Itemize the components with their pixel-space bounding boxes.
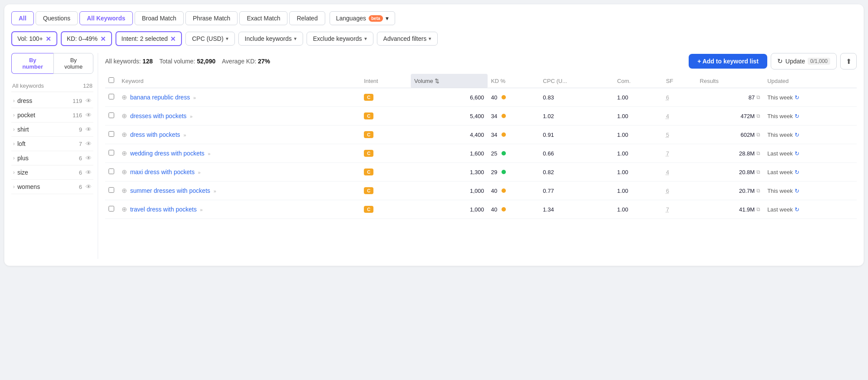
eye-icon[interactable]: 👁 <box>86 140 92 147</box>
sf-value[interactable]: 7 <box>666 150 669 157</box>
sidebar-item-label: size <box>17 169 79 176</box>
col-keyword: Keyword <box>118 74 360 88</box>
sidebar-item-womens[interactable]: › womens 6 👁 <box>11 180 93 194</box>
eye-icon[interactable]: 👁 <box>86 126 92 133</box>
sidebar-item-shirt[interactable]: › shirt 9 👁 <box>11 122 93 137</box>
row-checkbox[interactable] <box>109 112 114 118</box>
updated-refresh-icon[interactable]: ↻ <box>795 113 799 119</box>
updated-refresh-icon[interactable]: ↻ <box>795 150 799 157</box>
filter-kd-remove[interactable]: ✕ <box>100 36 106 42</box>
updated-value: This week <box>767 113 793 119</box>
updated-value: Last week <box>767 206 793 213</box>
sidebar-scroll[interactable]: › dress 119 👁 › pocket 116 👁 › shirt 9 👁 <box>11 94 93 259</box>
sidebar-item-size[interactable]: › size 6 👁 <box>11 165 93 180</box>
row-checkbox[interactable] <box>109 94 114 99</box>
cpc-cell: 0.82 <box>539 163 614 182</box>
exclude-keywords-dropdown[interactable]: Exclude keywords ▾ <box>307 32 373 46</box>
add-keyword-icon[interactable]: ⊕ <box>122 131 127 138</box>
row-checkbox[interactable] <box>109 131 114 137</box>
tab-all-keywords[interactable]: All Keywords <box>79 11 133 25</box>
add-keyword-icon[interactable]: ⊕ <box>122 93 127 101</box>
filter-vol-remove[interactable]: ✕ <box>46 36 51 42</box>
sidebar-item-loft[interactable]: › loft 7 👁 <box>11 137 93 151</box>
tab-broad-match[interactable]: Broad Match <box>135 11 184 25</box>
all-keywords-label: All keywords: <box>105 58 141 65</box>
sidebar-item-pocket[interactable]: › pocket 116 👁 <box>11 108 93 122</box>
select-all-checkbox[interactable] <box>109 77 114 83</box>
updated-refresh-icon[interactable]: ↻ <box>795 169 799 175</box>
advanced-filters-label: Advanced filters <box>383 35 427 42</box>
volume-cell: 4,400 <box>411 126 488 144</box>
tab-related[interactable]: Related <box>289 11 325 25</box>
kd-value: 40 <box>491 94 497 101</box>
keyword-link[interactable]: dresses with pockets <box>130 112 187 119</box>
keyword-link[interactable]: dress with pockets <box>130 131 180 138</box>
com-cell: 1.00 <box>614 88 662 107</box>
sf-value[interactable]: 5 <box>666 132 669 138</box>
results-value: 602M <box>741 132 755 138</box>
volume-cell: 1,000 <box>411 200 488 219</box>
keyword-cell: ⊕ banana republic dress » <box>118 88 360 107</box>
keyword-link[interactable]: summer dresses with pockets <box>130 187 210 194</box>
double-chevron-icon: » <box>200 207 203 212</box>
tab-questions[interactable]: Questions <box>36 11 78 25</box>
add-keyword-icon[interactable]: ⊕ <box>122 112 127 119</box>
advanced-filters-dropdown[interactable]: Advanced filters ▾ <box>377 32 438 46</box>
tab-phrase-match[interactable]: Phrase Match <box>185 11 238 25</box>
sidebar-header-count: 128 <box>83 83 92 89</box>
add-keyword-icon[interactable]: ⊕ <box>122 187 127 194</box>
add-to-keyword-list-button[interactable]: + Add to keyword list <box>689 54 767 69</box>
updated-cell: This week ↻ <box>764 107 857 126</box>
sf-value[interactable]: 6 <box>666 188 669 194</box>
add-keyword-icon[interactable]: ⊕ <box>122 205 127 213</box>
row-checkbox[interactable] <box>109 169 114 174</box>
eye-icon[interactable]: 👁 <box>86 183 92 190</box>
row-checkbox[interactable] <box>109 150 114 155</box>
row-checkbox-cell <box>105 182 118 200</box>
results-value: 20.8M <box>739 169 755 175</box>
sort-by-number[interactable]: By number <box>11 53 53 74</box>
sort-by-volume[interactable]: By volume <box>53 53 93 74</box>
updated-refresh-icon[interactable]: ↻ <box>795 206 799 213</box>
keyword-link[interactable]: banana republic dress <box>130 94 190 101</box>
keyword-link[interactable]: maxi dress with pockets <box>130 169 195 175</box>
eye-icon[interactable]: 👁 <box>86 112 92 119</box>
total-volume-value: 52,090 <box>197 58 215 65</box>
results-value: 20.7M <box>739 188 755 194</box>
sf-value[interactable]: 4 <box>666 169 669 175</box>
include-keywords-dropdown[interactable]: Include keywords ▾ <box>238 32 303 46</box>
tab-all[interactable]: All <box>11 11 34 25</box>
keyword-cell: ⊕ wedding dress with pockets » <box>118 144 360 163</box>
row-checkbox[interactable] <box>109 206 114 211</box>
volume-label: Volume <box>414 78 433 84</box>
sf-value[interactable]: 7 <box>666 206 669 213</box>
intent-badge: C <box>364 150 373 157</box>
updated-refresh-icon[interactable]: ↻ <box>795 188 799 194</box>
eye-icon[interactable]: 👁 <box>86 97 92 104</box>
sf-value[interactable]: 4 <box>666 113 669 119</box>
updated-refresh-icon[interactable]: ↻ <box>795 132 799 138</box>
sf-value[interactable]: 6 <box>666 94 669 101</box>
update-button[interactable]: ↻ Update 0/1,000 <box>771 53 837 69</box>
tab-exact-match[interactable]: Exact Match <box>239 11 287 25</box>
sidebar-item-dress[interactable]: › dress 119 👁 <box>11 94 93 108</box>
sidebar-item-label: dress <box>17 97 73 104</box>
keyword-link[interactable]: travel dress with pockets <box>130 206 197 213</box>
eye-icon[interactable]: 👁 <box>86 155 92 162</box>
eye-icon[interactable]: 👁 <box>86 169 92 176</box>
filter-intent-remove[interactable]: ✕ <box>170 36 176 42</box>
languages-button[interactable]: Languages beta ▾ <box>330 11 395 25</box>
keyword-link[interactable]: wedding dress with pockets <box>130 150 205 157</box>
sidebar-item-plus[interactable]: › plus 6 👁 <box>11 151 93 165</box>
row-checkbox[interactable] <box>109 187 114 193</box>
cpc-filter-dropdown[interactable]: CPC (USD) ▾ <box>185 32 234 46</box>
add-keyword-icon[interactable]: ⊕ <box>122 149 127 157</box>
export-button[interactable]: ⬆ <box>840 53 857 69</box>
results-copy-icon: ⧉ <box>756 94 760 100</box>
keyword-cell: ⊕ travel dress with pockets » <box>118 200 360 219</box>
col-volume[interactable]: Volume ⇅ <box>411 74 488 88</box>
table-row: ⊕ dress with pockets » C 4,400 34 0.91 1… <box>105 126 857 144</box>
avg-kd-label: Average KD: <box>222 58 256 65</box>
updated-refresh-icon[interactable]: ↻ <box>795 94 799 101</box>
add-keyword-icon[interactable]: ⊕ <box>122 168 127 175</box>
